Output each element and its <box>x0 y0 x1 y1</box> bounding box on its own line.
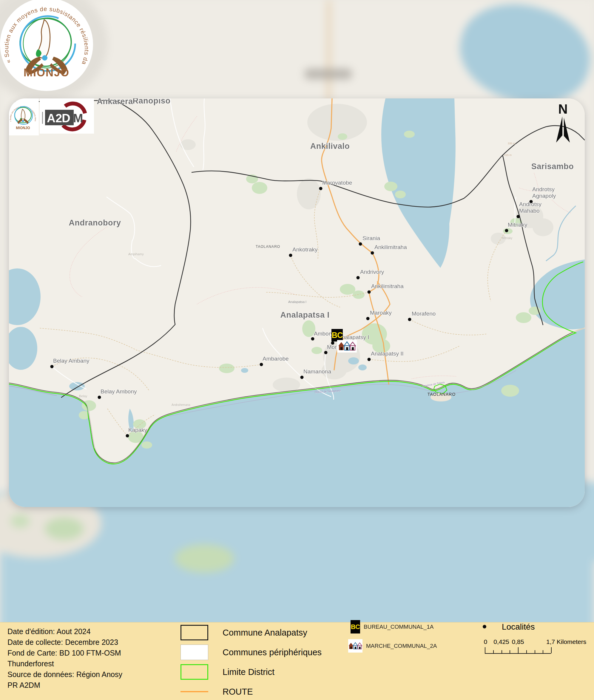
bureau-communal-icon: BC <box>331 329 343 342</box>
legend-item-bureau: BC BUREAU_COMMUNAL_1A <box>351 620 433 633</box>
scale-tick <box>518 647 519 653</box>
map-place-label: Agnapoly <box>532 193 556 199</box>
map-place-label: Namanona <box>303 369 331 375</box>
north-label: N <box>550 103 576 116</box>
map-micro-label: TAOLANARO <box>428 392 456 397</box>
map-place-dot <box>517 215 520 218</box>
scale-label: 0,425 <box>493 638 509 645</box>
map-poster: AnkareraRanopisoAnkilivaloSarisamboAndra… <box>0 0 594 700</box>
svg-text:MIONJO: MIONJO <box>24 67 69 79</box>
map-place-dot <box>366 317 370 320</box>
inset-logos: « Soutien aux moyens de subsistance rési… <box>9 98 94 135</box>
map-place-dot <box>371 251 374 255</box>
map-place-label: Kapaky <box>128 427 147 433</box>
bg-vegetation <box>10 515 30 528</box>
bg-road <box>328 0 330 101</box>
map-commune-label: Ankilivalo <box>310 142 350 151</box>
scale-tick <box>551 647 552 653</box>
scale-tick <box>509 650 510 653</box>
map-place-dot <box>300 376 304 379</box>
map-micro-label: TAOLANARO <box>256 245 280 249</box>
bg-vegetation <box>45 518 84 540</box>
scale-label: 1,7 Kilometers <box>546 638 586 645</box>
scale-bar: 00,4250,851,7 Kilometers <box>485 638 551 657</box>
route-swatch <box>180 691 208 692</box>
scale-label: 0 <box>484 638 487 645</box>
map-place-label: Sirania <box>362 235 380 242</box>
basemap-source: Fond de Carte: BD 100 FTM-OSM <box>7 648 122 658</box>
legend-label: Communes périphériques <box>223 648 322 657</box>
basemap-source-2: Thunderforest <box>7 658 122 669</box>
map-place-label: Analapatsy II <box>371 350 404 357</box>
legend-item-marche: MARCHE_COMMUNAL_2A <box>348 639 437 653</box>
map-place-label: Mitriaky <box>508 221 527 228</box>
a2dm-logo: A2 D M <box>40 98 94 134</box>
collection-date: Date de collecte: Decembre 2023 <box>7 637 122 648</box>
map-micro-label: Belay <box>79 394 88 398</box>
north-arrow-icon <box>553 116 573 144</box>
map-place-label: Ambory <box>314 330 333 337</box>
map-place-label: Ankilimitraha <box>371 283 404 290</box>
svg-text:MIONJO: MIONJO <box>16 126 30 130</box>
map-place-label: Maroaky <box>370 310 392 316</box>
map-micro-label: Province de Toliara <box>422 381 445 388</box>
map-place-dot <box>311 337 315 341</box>
scale-tick <box>485 647 486 653</box>
district-swatch <box>180 664 208 680</box>
data-source-2: PR A2DM <box>7 680 122 691</box>
legend-label: BUREAU_COMMUNAL_1A <box>364 624 433 630</box>
legend-item-peripheriques: Communes périphériques <box>180 644 322 660</box>
map-place-label: Marovatobe <box>322 180 352 186</box>
scale-tick <box>535 650 535 653</box>
houses-icon <box>338 341 356 352</box>
map-place-label: Ambarobe <box>263 355 289 362</box>
map-commune-label: Ankarera <box>97 98 133 106</box>
map-micro-label: District de Taolagnaro <box>315 389 341 394</box>
map-place-dot <box>408 318 411 321</box>
legend-label: ROUTE <box>223 687 253 697</box>
localites-label: Localités <box>502 622 535 632</box>
legend-label: Commune Analapatsy <box>223 628 307 638</box>
map-place-label: Belay Ambany <box>53 358 89 364</box>
map-micro-label: 415 m <box>504 153 512 156</box>
legend-panel: Date d'édition: Aout 2024 Date de collec… <box>0 622 594 700</box>
bureau-communal-icon: BC <box>351 620 360 633</box>
scale-tick <box>543 650 543 653</box>
scale-tick <box>501 650 502 653</box>
map-panel: AnkareraRanopisoAnkilivaloSarisamboAndra… <box>9 98 585 507</box>
peripheriques-swatch <box>180 644 208 660</box>
map-place-label: Androtsy <box>532 186 555 193</box>
map-commune-label: Sarisambo <box>531 162 574 171</box>
localites-dot-icon <box>483 625 486 628</box>
legend-label: Limite District <box>223 667 274 677</box>
map-commune-label: Ranopiso <box>132 98 170 106</box>
map-micro-label: Andrahemana <box>171 403 190 407</box>
map-place-dot <box>126 434 129 438</box>
map-place-label: Andrivory <box>360 269 384 275</box>
map-place-label: Mahabo <box>519 208 540 214</box>
map-place-dot <box>368 290 371 294</box>
map-place-dot <box>505 229 508 232</box>
data-source: Source de données: Région Anosy <box>7 669 122 680</box>
bg-label-smudge <box>304 69 352 79</box>
map-place-dot <box>319 187 323 190</box>
map-place-dot <box>98 396 101 399</box>
bg-vegetation <box>174 544 234 573</box>
map-place-dot <box>324 351 328 354</box>
map-commune-label: Analapatsa I <box>280 311 329 320</box>
map-place-dot <box>51 365 54 369</box>
scale-label: 0,85 <box>512 638 524 645</box>
map-place-label: Belay Ambony <box>101 388 137 395</box>
legend-item-commune: Commune Analapatsy <box>180 625 307 640</box>
map-place-dot <box>368 358 371 361</box>
map-micro-label: Mitriaky <box>502 237 512 240</box>
map-commune-label: Andranobory <box>69 218 121 228</box>
map-place-dot <box>260 363 263 366</box>
legend-label: MARCHE_COMMUNAL_2A <box>366 643 437 649</box>
svg-text:M: M <box>73 111 83 125</box>
map-micro-label: 335 m <box>508 142 515 145</box>
map-labels-layer: AnkareraRanopisoAnkilivaloSarisamboAndra… <box>9 98 585 507</box>
edition-date: Date d'édition: Aout 2024 <box>7 626 122 637</box>
scale-tick <box>493 650 494 653</box>
map-place-dot <box>357 276 360 279</box>
